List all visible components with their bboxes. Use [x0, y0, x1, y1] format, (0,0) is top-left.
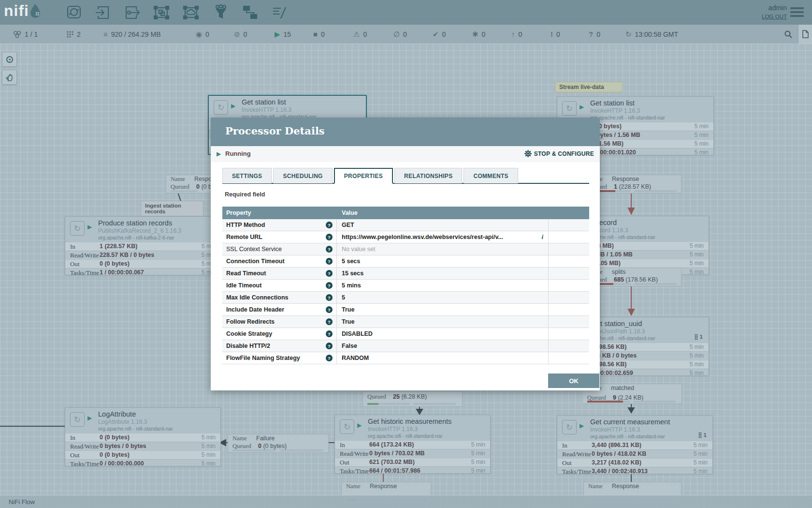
dialog-status-strip: ▶ Running STOP & CONFIGURE [211, 146, 600, 162]
stop-and-configure-button[interactable]: STOP & CONFIGURE [524, 150, 594, 157]
help-icon[interactable]: ? [326, 282, 333, 289]
dialog-header: Processor Details [211, 118, 600, 146]
table-row[interactable]: Idle Timeout?5 mins [222, 280, 589, 292]
table-header: Property Value [222, 207, 589, 219]
stopped-count: 0 [321, 30, 325, 38]
top-navbar: nifi admin LOG OUT [0, 0, 812, 25]
processor-title: LogAttribute [98, 410, 173, 418]
help-icon[interactable]: ? [326, 330, 333, 337]
input-port-icon[interactable] [94, 4, 111, 21]
processor-type-icon: ↻ [70, 412, 85, 427]
run-status-icon: ▶ [87, 224, 92, 230]
name-label: Name [346, 483, 361, 490]
connection-name: Response [612, 176, 639, 182]
stopped-icon: ■ [313, 30, 318, 38]
connection-queued-25[interactable]: Queued25 (6.28 KB) [362, 391, 463, 407]
table-row[interactable]: HTTP Method?GET [222, 219, 589, 231]
invalid-count: 0 [363, 30, 367, 38]
active-threads-badge: ⣿ 1 [698, 432, 707, 438]
table-row[interactable]: Connection Timeout?5 secs [222, 255, 589, 268]
select-mode-button[interactable] [2, 52, 17, 67]
processor-title: Produce station records [98, 219, 181, 227]
tab-scheduling[interactable]: SCHEDULING [273, 168, 332, 183]
remote-process-group-icon[interactable] [182, 4, 200, 21]
refresh-time: 13:00:58 GMT [635, 30, 679, 38]
table-row[interactable]: Disable HTTP/2?False [222, 340, 589, 352]
refresh-icon[interactable]: ↻ [625, 30, 632, 39]
processor-title: Get historic measurements [368, 418, 451, 425]
global-menu-icon[interactable] [790, 7, 804, 18]
question-icon: ? [589, 30, 593, 38]
help-icon[interactable]: ? [326, 258, 333, 265]
required-field-note: Required field [225, 191, 265, 198]
birdseye-toggle-button[interactable] [798, 25, 812, 44]
running-icon: ▶ [217, 150, 221, 157]
table-row[interactable]: Follow Redirects?True [222, 316, 589, 328]
connected-nodes-status: 1 / 1 [13, 25, 38, 44]
tab-properties[interactable]: PROPERTIES [334, 168, 393, 184]
help-icon[interactable]: ? [326, 222, 333, 228]
table-row[interactable]: Read Timeout?15 secs [222, 268, 589, 280]
help-icon[interactable]: ? [326, 294, 333, 301]
tab-relationships[interactable]: RELATIONSHIPS [394, 168, 462, 183]
processor-icon[interactable] [65, 4, 83, 21]
processor-get-current-measurement[interactable]: ↻▶ Get current measurementInvokeHTTP 1.1… [557, 415, 713, 474]
tab-settings[interactable]: SETTINGS [222, 168, 272, 183]
process-group-icon[interactable] [153, 4, 170, 21]
search-button[interactable] [784, 25, 793, 44]
label-icon[interactable] [271, 4, 288, 21]
modified-stale-status: !0 [551, 25, 560, 44]
nifi-drop-icon [29, 2, 42, 19]
template-icon[interactable] [241, 4, 259, 21]
stream-live-data-label[interactable]: Stream live-data [555, 82, 623, 92]
name-label: Name [232, 435, 247, 442]
document-icon [802, 30, 809, 38]
processor-title: Get station list [590, 99, 665, 107]
processor-log-attribute[interactable]: ↻▶ LogAttributeLogAttribute 1.16.3org.ap… [65, 407, 221, 466]
transmitting-count: 0 [205, 30, 209, 38]
active-threads-badge: ⣿ 1 [694, 333, 703, 340]
stale-count: 0 [519, 30, 522, 38]
queued-value: 0 (0 bytes) [258, 443, 287, 449]
processor-title: Get station list [242, 98, 317, 106]
table-row[interactable]: FlowFile Naming Strategy?RANDOM [222, 352, 589, 364]
tab-comments[interactable]: COMMENTS [464, 168, 518, 183]
queued-value: 685 (178.56 KB) [614, 276, 658, 283]
help-icon[interactable]: ? [326, 343, 333, 349]
connection-name: Failure [256, 435, 275, 442]
funnel-icon[interactable] [212, 4, 229, 21]
queued-label: Queued [367, 393, 386, 401]
table-row[interactable]: SSL Context Service?No value set [222, 243, 589, 255]
asterisk-icon: ✱ [472, 30, 478, 39]
output-port-icon[interactable] [123, 4, 141, 21]
help-icon[interactable]: ? [326, 270, 333, 277]
processor-produce-station-records[interactable]: ↻▶ Produce station recordsPublishKafkaRe… [65, 216, 221, 275]
run-status-icon: ▶ [580, 104, 584, 110]
ok-button[interactable]: OK [548, 374, 599, 388]
running-status: ▶15 [275, 25, 291, 44]
help-icon[interactable]: ? [326, 318, 333, 325]
running-count: 15 [284, 30, 291, 38]
logout-link[interactable]: LOG OUT [762, 14, 787, 19]
pan-mode-button[interactable] [2, 70, 17, 85]
breadcrumb-root[interactable]: NiFi Flow [9, 498, 35, 506]
table-row[interactable]: Cookie Strategy?DISABLED [222, 328, 589, 340]
processor-type: LogAttribute 1.16.3 [98, 418, 173, 425]
queued-count: 920 / 264.29 MB [111, 30, 161, 38]
table-row[interactable]: Include Date Header?True [222, 304, 589, 316]
table-row[interactable]: Remote URL?https://www.pegelonline.wsv.d… [222, 231, 589, 243]
processor-details-dialog: Processor Details ▶ Running STOP & CONFI… [211, 118, 600, 390]
refresh-status[interactable]: ↻13:00:58 GMT [625, 25, 678, 44]
ingest-station-records-label[interactable]: Ingest station records [141, 201, 203, 216]
processor-type: InvokeHTTP 1.16.3 [590, 426, 670, 433]
help-icon[interactable]: ? [326, 246, 333, 253]
help-icon[interactable]: ? [326, 234, 333, 240]
processor-type: InvokeHTTP 1.16.3 [242, 106, 317, 113]
info-icon[interactable]: i [541, 233, 543, 241]
disabled-icon: ∅ [393, 30, 400, 39]
table-row[interactable]: Max Idle Connections?5 [222, 292, 589, 304]
processor-get-historic-measurements[interactable]: ↻▶ Get historic measurementsInvokeHTTP 1… [334, 415, 491, 474]
help-icon[interactable]: ? [326, 306, 333, 313]
connection-failure[interactable]: NameFailure Queued0 (0 bytes) [228, 434, 329, 453]
help-icon[interactable]: ? [326, 355, 333, 361]
